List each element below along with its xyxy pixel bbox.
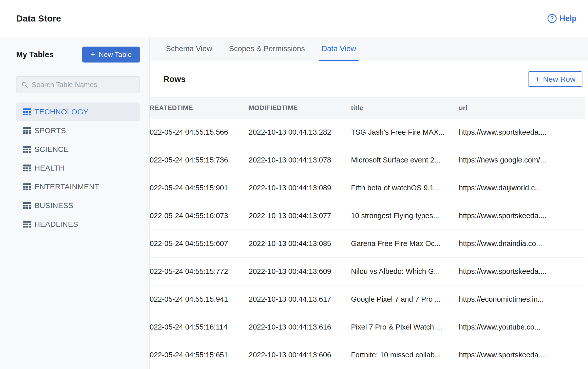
table-body: 022-05-24 04:55:15:5662022-10-13 00:44:1… [150,118,585,369]
table-row[interactable]: 022-05-24 04:55:15:9012022-10-13 00:44:1… [150,174,585,202]
cell-url: https://news.google.com/... [459,156,585,164]
table-row[interactable]: 022-05-24 04:55:15:5662022-10-13 00:44:1… [150,118,585,146]
cell-modifiedtime: 2022-10-13 00:44:13:609 [249,267,351,276]
tab-schema-view[interactable]: Schema View [163,37,215,61]
table-icon [23,108,31,115]
cell-url: https://www.dnaindia.co... [459,239,585,248]
cell-modifiedtime: 2022-10-13 00:44:13:282 [249,128,351,136]
table-icon [23,221,31,228]
tables-list: TECHNOLOGYSPORTSSCIENCEHEALTHENTERTAINME… [16,102,140,234]
cell-title: Google Pixel 7 and 7 Pro ... [351,295,459,303]
cell-url: https://www.sportskeeda.... [459,128,585,136]
tab-data-view[interactable]: Data View [319,37,359,61]
plus-icon: + [90,50,95,58]
table-icon [23,183,31,190]
cell-title: Nilou vs Albedo: Which G... [351,267,459,276]
help-icon: ? [547,14,557,23]
cell-reatedtime: 022-05-24 04:55:15:901 [150,184,249,192]
cell-title: Garena Free Fire Max Oc... [351,239,459,248]
rows-heading: Rows [163,74,186,84]
cell-modifiedtime: 2022-10-13 00:44:13:089 [249,184,351,192]
new-table-label: New Table [99,51,132,59]
table-row[interactable]: 022-05-24 04:55:15:6072022-10-13 00:44:1… [150,230,585,258]
app-header: Data Store ? Help [0,0,588,37]
cell-reatedtime: 022-05-24 04:55:15:941 [150,295,249,303]
sidebar-top: My Tables + New Table [16,47,140,63]
cell-modifiedtime: 2022-10-13 00:44:13:616 [249,323,351,331]
search-icon [22,81,28,88]
cell-title: Pixel 7 Pro & Pixel Watch ... [351,323,459,331]
sidebar-item-label: HEALTH [34,164,64,172]
sidebar-item-headlines[interactable]: HEADLINES [16,215,140,234]
table-row[interactable]: 022-05-24 04:55:15:7362022-10-13 00:44:1… [150,146,585,174]
table-row[interactable]: 022-05-24 04:55:15:6512022-10-13 00:44:1… [150,341,585,369]
search-input[interactable] [32,81,134,89]
sidebar-item-entertainment[interactable]: ENTERTAINMENT [16,177,140,196]
cell-url: https://www.daijiworld.c... [459,184,585,192]
cell-modifiedtime: 2022-10-13 00:44:13:085 [249,239,351,248]
cell-title: Fortnite: 10 missed collab... [351,351,459,359]
content-area: Schema ViewScopes & PermissionsData View… [150,37,588,369]
new-row-button[interactable]: + New Row [528,71,582,87]
table-row[interactable]: 022-05-24 04:55:16:0732022-10-13 00:44:1… [150,202,585,230]
column-header-reatedtime: REATEDTIME [150,104,249,112]
cell-url: https://economictimes.in... [459,295,585,303]
data-table: REATEDTIMEMODIFIEDTIMEtitleurl 022-05-24… [150,97,585,369]
tabs-bar: Schema ViewScopes & PermissionsData View [150,37,588,61]
table-icon [23,165,31,172]
sidebar-item-science[interactable]: SCIENCE [16,140,140,159]
sidebar-item-label: SCIENCE [34,145,69,154]
new-table-button[interactable]: + New Table [82,47,140,63]
cell-title: Microsoft Surface event 2... [351,156,459,164]
cell-title: TSG Jash's Free Fire MAX... [351,128,459,136]
page-title: Data Store [16,13,61,24]
column-header-modifiedtime: MODIFIEDTIME [249,104,351,112]
cell-reatedtime: 022-05-24 04:55:16:073 [150,212,249,220]
table-row[interactable]: 022-05-24 04:55:16:1142022-10-13 00:44:1… [150,313,585,341]
cell-reatedtime: 022-05-24 04:55:15:607 [150,239,249,248]
table-row[interactable]: 022-05-24 04:55:15:9412022-10-13 00:44:1… [150,285,585,313]
main-layout: My Tables + New Table TECHNOLOGYSPORTSSC… [0,37,588,369]
sidebar-item-technology[interactable]: TECHNOLOGY [16,102,140,121]
app-root: Data Store ? Help My Tables + New Table [0,0,588,369]
table-icon [23,127,31,134]
help-link[interactable]: ? Help [547,14,577,23]
new-row-label: New Row [543,75,575,84]
table-header-row: REATEDTIMEMODIFIEDTIMEtitleurl [150,97,585,118]
sidebar-item-label: HEADLINES [34,220,78,229]
cell-reatedtime: 022-05-24 04:55:15:772 [150,267,249,276]
cell-title: 10 strongest Flying-types... [351,212,459,220]
sidebar-item-label: SPORTS [34,126,66,135]
tab-scopes-permissions[interactable]: Scopes & Permissions [226,37,307,61]
plus-icon: + [535,74,540,83]
sidebar-item-health[interactable]: HEALTH [16,159,140,177]
cell-title: Fifth beta of watchOS 9.1... [351,184,459,192]
cell-modifiedtime: 2022-10-13 00:44:13:606 [249,351,351,359]
cell-url: https://www.sportskeeda.... [459,267,585,276]
my-tables-heading: My Tables [16,50,54,59]
rows-toolbar: Rows + New Row [150,61,588,97]
column-header-title: title [351,104,459,112]
sidebar-item-business[interactable]: BUSINESS [16,196,140,215]
cell-reatedtime: 022-05-24 04:55:15:736 [150,156,249,164]
cell-modifiedtime: 2022-10-13 00:44:13:617 [249,295,351,303]
cell-reatedtime: 022-05-24 04:55:16:114 [150,323,249,331]
column-header-url: url [459,104,585,112]
sidebar-item-label: BUSINESS [34,201,73,210]
sidebar: My Tables + New Table TECHNOLOGYSPORTSSC… [0,37,150,369]
cell-reatedtime: 022-05-24 04:55:15:651 [150,351,249,359]
cell-modifiedtime: 2022-10-13 00:44:13:077 [249,212,351,220]
table-icon [23,202,31,209]
help-label: Help [560,14,577,23]
cell-reatedtime: 022-05-24 04:55:15:566 [150,128,249,136]
sidebar-item-label: ENTERTAINMENT [34,182,99,191]
search-box [16,76,140,93]
cell-url: https://www.sportskeeda.... [459,351,585,359]
sidebar-item-label: TECHNOLOGY [34,108,88,116]
sidebar-item-sports[interactable]: SPORTS [16,121,140,140]
cell-url: https://www.sportskeeda.... [459,212,585,220]
cell-modifiedtime: 2022-10-13 00:44:13:078 [249,156,351,164]
cell-url: https://www.youtube.co... [459,323,585,331]
table-icon [23,146,31,153]
table-row[interactable]: 022-05-24 04:55:15:7722022-10-13 00:44:1… [150,258,585,285]
